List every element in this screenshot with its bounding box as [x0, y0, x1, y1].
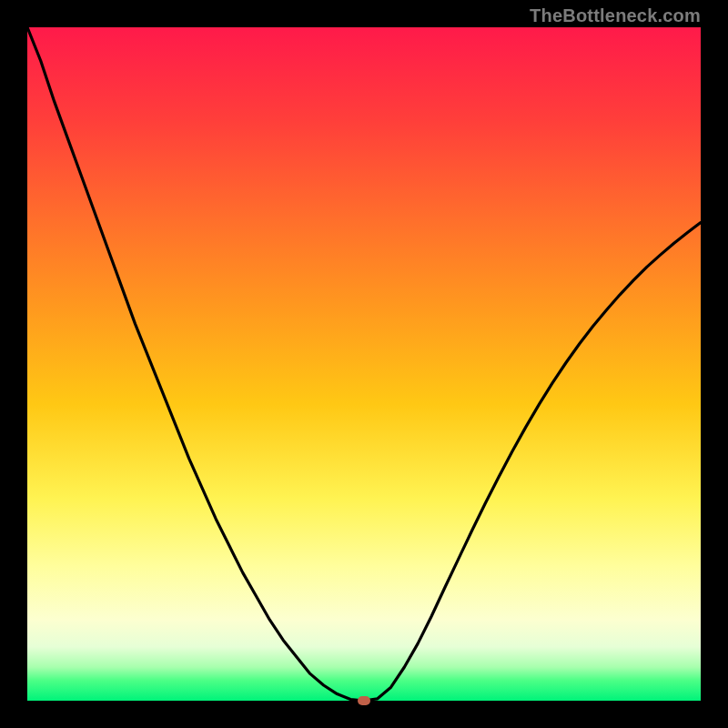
chart-frame: TheBottleneck.com	[0, 0, 728, 728]
plot-area	[27, 27, 701, 701]
marker-dot	[358, 696, 370, 705]
attribution-text: TheBottleneck.com	[530, 5, 701, 26]
